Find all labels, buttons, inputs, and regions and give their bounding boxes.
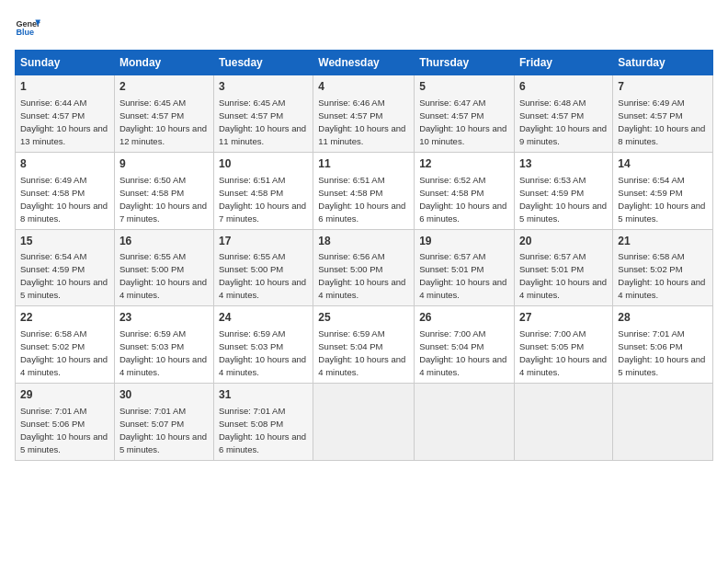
- calendar-header-row: SundayMondayTuesdayWednesdayThursdayFrid…: [16, 51, 713, 75]
- calendar-cell: 2 Sunrise: 6:45 AMSunset: 4:57 PMDayligh…: [114, 75, 213, 153]
- day-number: 25: [318, 310, 409, 326]
- day-info: Sunrise: 6:51 AMSunset: 4:58 PMDaylight:…: [219, 175, 306, 224]
- day-number: 27: [519, 310, 608, 326]
- calendar-table: SundayMondayTuesdayWednesdayThursdayFrid…: [15, 50, 713, 461]
- day-number: 19: [419, 234, 509, 249]
- day-info: Sunrise: 6:53 AMSunset: 4:59 PMDaylight:…: [519, 175, 607, 224]
- calendar-cell: 24 Sunrise: 6:59 AMSunset: 5:03 PMDaylig…: [213, 306, 313, 384]
- header: General Blue: [15, 15, 713, 40]
- calendar-cell: 19 Sunrise: 6:57 AMSunset: 5:01 PMDaylig…: [415, 229, 515, 306]
- day-number: 12: [419, 156, 509, 172]
- day-info: Sunrise: 6:45 AMSunset: 4:57 PMDaylight:…: [119, 98, 207, 146]
- calendar-cell: 22 Sunrise: 6:58 AMSunset: 5:02 PMDaylig…: [16, 306, 115, 384]
- header-day-saturday: Saturday: [613, 51, 713, 75]
- day-number: 6: [519, 79, 608, 95]
- day-number: 26: [419, 310, 509, 326]
- header-day-friday: Friday: [515, 51, 613, 75]
- logo: General Blue: [15, 15, 44, 40]
- calendar-cell: 12 Sunrise: 6:52 AMSunset: 4:58 PMDaylig…: [415, 152, 515, 229]
- calendar-week-row: 8 Sunrise: 6:49 AMSunset: 4:58 PMDayligh…: [16, 152, 713, 229]
- calendar-cell: [313, 384, 415, 461]
- calendar-cell: 1 Sunrise: 6:44 AMSunset: 4:57 PMDayligh…: [16, 75, 115, 153]
- day-info: Sunrise: 7:01 AMSunset: 5:06 PMDaylight:…: [618, 328, 705, 377]
- calendar-cell: 8 Sunrise: 6:49 AMSunset: 4:58 PMDayligh…: [16, 152, 115, 229]
- calendar-week-row: 29 Sunrise: 7:01 AMSunset: 5:06 PMDaylig…: [16, 384, 713, 461]
- calendar-cell: 7 Sunrise: 6:49 AMSunset: 4:57 PMDayligh…: [613, 75, 713, 153]
- calendar-cell: [613, 384, 713, 461]
- day-number: 17: [219, 234, 308, 249]
- calendar-cell: 18 Sunrise: 6:56 AMSunset: 5:00 PMDaylig…: [313, 229, 415, 306]
- day-info: Sunrise: 6:45 AMSunset: 4:57 PMDaylight:…: [219, 98, 306, 146]
- day-info: Sunrise: 6:59 AMSunset: 5:03 PMDaylight:…: [119, 328, 207, 377]
- day-info: Sunrise: 6:57 AMSunset: 5:01 PMDaylight:…: [519, 251, 607, 300]
- day-number: 29: [20, 387, 109, 403]
- day-info: Sunrise: 6:55 AMSunset: 5:00 PMDaylight:…: [119, 251, 207, 300]
- calendar-cell: 3 Sunrise: 6:45 AMSunset: 4:57 PMDayligh…: [213, 75, 313, 153]
- day-info: Sunrise: 6:59 AMSunset: 5:04 PMDaylight:…: [318, 328, 405, 377]
- logo-icon: General Blue: [15, 15, 40, 40]
- day-number: 1: [20, 79, 109, 95]
- calendar-body: 1 Sunrise: 6:44 AMSunset: 4:57 PMDayligh…: [16, 75, 713, 461]
- calendar-cell: 16 Sunrise: 6:55 AMSunset: 5:00 PMDaylig…: [114, 229, 213, 306]
- day-number: 13: [519, 156, 608, 172]
- day-number: 22: [20, 310, 109, 326]
- day-number: 5: [419, 79, 509, 95]
- calendar-cell: 21 Sunrise: 6:58 AMSunset: 5:02 PMDaylig…: [613, 229, 713, 306]
- day-number: 30: [119, 387, 209, 403]
- calendar-cell: 6 Sunrise: 6:48 AMSunset: 4:57 PMDayligh…: [515, 75, 613, 153]
- day-info: Sunrise: 6:50 AMSunset: 4:58 PMDaylight:…: [119, 175, 207, 224]
- header-day-tuesday: Tuesday: [213, 51, 313, 75]
- day-number: 15: [20, 234, 109, 249]
- calendar-week-row: 15 Sunrise: 6:54 AMSunset: 4:59 PMDaylig…: [16, 229, 713, 306]
- day-info: Sunrise: 6:54 AMSunset: 4:59 PMDaylight:…: [20, 251, 108, 300]
- header-day-monday: Monday: [114, 51, 213, 75]
- day-info: Sunrise: 6:48 AMSunset: 4:57 PMDaylight:…: [519, 98, 607, 146]
- day-info: Sunrise: 7:01 AMSunset: 5:08 PMDaylight:…: [219, 406, 306, 454]
- day-number: 31: [219, 387, 308, 403]
- calendar-cell: 13 Sunrise: 6:53 AMSunset: 4:59 PMDaylig…: [515, 152, 613, 229]
- day-number: 18: [318, 234, 409, 249]
- calendar-cell: 9 Sunrise: 6:50 AMSunset: 4:58 PMDayligh…: [114, 152, 213, 229]
- day-number: 2: [119, 79, 209, 95]
- day-info: Sunrise: 6:49 AMSunset: 4:58 PMDaylight:…: [20, 175, 108, 224]
- day-info: Sunrise: 6:59 AMSunset: 5:03 PMDaylight:…: [219, 328, 306, 377]
- day-number: 7: [618, 79, 708, 95]
- day-number: 9: [119, 156, 209, 172]
- day-number: 24: [219, 310, 308, 326]
- calendar-cell: 15 Sunrise: 6:54 AMSunset: 4:59 PMDaylig…: [16, 229, 115, 306]
- header-day-sunday: Sunday: [16, 51, 115, 75]
- calendar-cell: 20 Sunrise: 6:57 AMSunset: 5:01 PMDaylig…: [515, 229, 613, 306]
- day-number: 11: [318, 156, 409, 172]
- day-info: Sunrise: 6:56 AMSunset: 5:00 PMDaylight:…: [318, 251, 405, 300]
- calendar-cell: 26 Sunrise: 7:00 AMSunset: 5:04 PMDaylig…: [415, 306, 515, 384]
- calendar-cell: 11 Sunrise: 6:51 AMSunset: 4:58 PMDaylig…: [313, 152, 415, 229]
- day-info: Sunrise: 7:01 AMSunset: 5:07 PMDaylight:…: [119, 406, 207, 454]
- day-info: Sunrise: 6:54 AMSunset: 4:59 PMDaylight:…: [618, 175, 705, 224]
- day-info: Sunrise: 6:55 AMSunset: 5:00 PMDaylight:…: [219, 251, 306, 300]
- calendar-cell: 30 Sunrise: 7:01 AMSunset: 5:07 PMDaylig…: [114, 384, 213, 461]
- calendar-cell: [415, 384, 515, 461]
- calendar-cell: 23 Sunrise: 6:59 AMSunset: 5:03 PMDaylig…: [114, 306, 213, 384]
- day-info: Sunrise: 6:49 AMSunset: 4:57 PMDaylight:…: [618, 98, 705, 146]
- day-number: 14: [618, 156, 708, 172]
- day-number: 16: [119, 234, 209, 249]
- day-info: Sunrise: 6:57 AMSunset: 5:01 PMDaylight:…: [419, 251, 506, 300]
- day-info: Sunrise: 6:58 AMSunset: 5:02 PMDaylight:…: [618, 251, 705, 300]
- day-number: 10: [219, 156, 308, 172]
- day-info: Sunrise: 6:47 AMSunset: 4:57 PMDaylight:…: [419, 98, 506, 146]
- calendar-week-row: 1 Sunrise: 6:44 AMSunset: 4:57 PMDayligh…: [16, 75, 713, 153]
- day-info: Sunrise: 6:52 AMSunset: 4:58 PMDaylight:…: [419, 175, 506, 224]
- day-number: 3: [219, 79, 308, 95]
- day-number: 28: [618, 310, 708, 326]
- day-number: 23: [119, 310, 209, 326]
- calendar-cell: 28 Sunrise: 7:01 AMSunset: 5:06 PMDaylig…: [613, 306, 713, 384]
- header-day-wednesday: Wednesday: [313, 51, 415, 75]
- calendar-cell: 27 Sunrise: 7:00 AMSunset: 5:05 PMDaylig…: [515, 306, 613, 384]
- day-info: Sunrise: 6:58 AMSunset: 5:02 PMDaylight:…: [20, 328, 108, 377]
- day-number: 4: [318, 79, 409, 95]
- day-number: 8: [20, 156, 109, 172]
- day-number: 20: [519, 234, 608, 249]
- calendar-cell: 17 Sunrise: 6:55 AMSunset: 5:00 PMDaylig…: [213, 229, 313, 306]
- day-info: Sunrise: 7:01 AMSunset: 5:06 PMDaylight:…: [20, 406, 108, 454]
- calendar-cell: 4 Sunrise: 6:46 AMSunset: 4:57 PMDayligh…: [313, 75, 415, 153]
